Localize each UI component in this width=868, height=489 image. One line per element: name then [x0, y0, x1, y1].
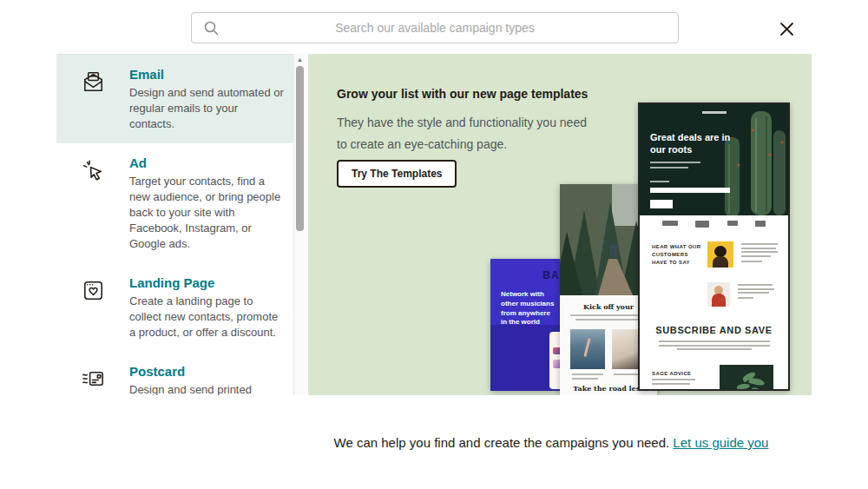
- template-preview-roots: Great deals are in our roots HEAR WHAT O…: [638, 102, 790, 391]
- scrollbar-thumb[interactable]: [296, 66, 304, 231]
- try-templates-button[interactable]: Try The Templates: [337, 160, 457, 188]
- item-description: Design and send automated or regular ema…: [129, 85, 284, 132]
- search-icon: [203, 20, 220, 40]
- store-logo: [702, 111, 727, 114]
- sidebar-item-ad[interactable]: Ad Target your contacts, find a new audi…: [56, 143, 293, 263]
- item-title: Landing Page: [129, 275, 284, 290]
- subscribe-copy: [640, 340, 788, 353]
- roots-heading: Great deals are in our roots: [650, 132, 733, 156]
- promo-line2: to create an eye-catching page.: [337, 137, 507, 151]
- promo-line1: They have the style and functionality yo…: [337, 116, 587, 129]
- close-icon[interactable]: [776, 18, 797, 39]
- signup-input-mock: [650, 188, 730, 193]
- customer-photo-2: [707, 282, 730, 307]
- advice-copy: [652, 379, 697, 387]
- let-us-guide-you-link[interactable]: Let us guide you: [673, 435, 768, 450]
- search-input[interactable]: [227, 13, 643, 43]
- footer-text: We can help you find and create the camp…: [334, 435, 674, 450]
- item-title: Postcard: [129, 364, 284, 379]
- ad-icon: [56, 155, 129, 252]
- subscribe-heading: SUBSCRIBE AND SAVE: [640, 325, 788, 335]
- band-headline: Network with other musicians from anywhe…: [501, 290, 556, 327]
- testimonial-2: [707, 282, 776, 307]
- sidebar-item-email[interactable]: Email Design and send automated or regul…: [56, 55, 293, 143]
- customer-photo-1: [707, 241, 733, 268]
- email-icon: [56, 67, 129, 132]
- promo-panel: Grow your list with our new page templat…: [308, 54, 812, 395]
- item-description: Create a landing page to collect new con…: [129, 294, 284, 340]
- promo-heading: Grow your list with our new page templat…: [337, 87, 588, 101]
- cactus-hero: Great deals are in our roots: [640, 104, 788, 215]
- testimonial-1: [707, 241, 779, 268]
- cactus-illustration: [706, 104, 788, 215]
- footer-band: We can help you find and create the camp…: [0, 395, 868, 489]
- item-description: Target your contacts, find a new audienc…: [129, 174, 284, 252]
- item-title: Ad: [129, 155, 284, 170]
- landing-page-icon: [56, 275, 129, 340]
- signup-button-mock: [650, 200, 673, 208]
- search-box[interactable]: [191, 12, 679, 43]
- client-logos: [640, 221, 788, 228]
- testimonials-heading: HEAR WHAT OUR CUSTOMERS HAVE TO SAY: [652, 243, 702, 267]
- scroll-up-icon[interactable]: ▲: [294, 54, 306, 66]
- plant-photo: [720, 365, 773, 391]
- item-title: Email: [129, 67, 284, 82]
- sidebar-item-landing-page[interactable]: Landing Page Create a landing page to co…: [56, 263, 293, 352]
- top-bar: [0, 0, 868, 54]
- advice-heading: SAGE ADVICE: [652, 370, 700, 378]
- lake-thumb: [570, 329, 605, 369]
